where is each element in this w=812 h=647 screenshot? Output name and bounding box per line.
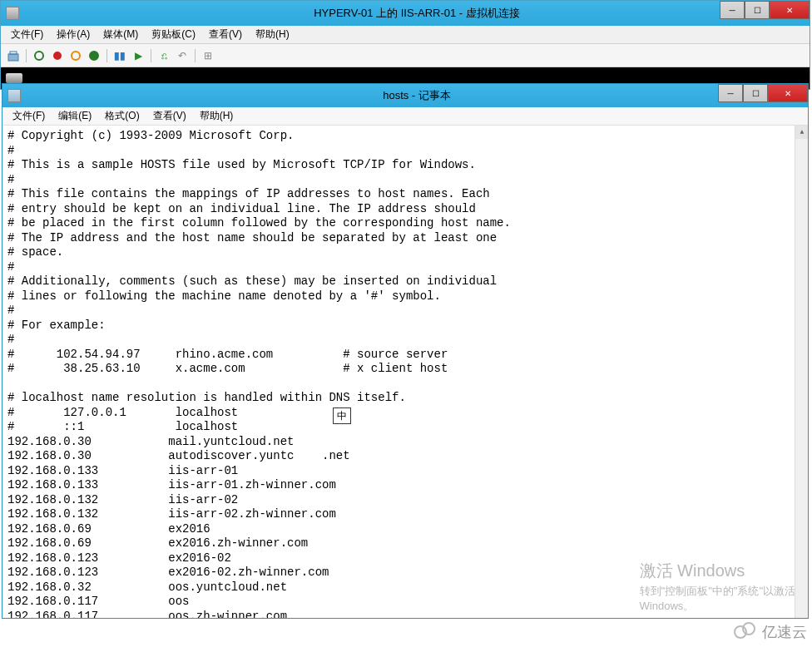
vm-toolbar: ▮▮ ▶ ⎌ ↶ ⊞	[1, 44, 810, 67]
notepad-minimize-button[interactable]: ─	[718, 84, 743, 102]
pause-icon[interactable]: ▮▮	[112, 48, 127, 63]
save-icon[interactable]	[87, 48, 102, 63]
enhanced-session-icon[interactable]: ⊞	[201, 48, 215, 63]
notepad-text-area[interactable]: # Copyright (c) 1993-2009 Microsoft Corp…	[2, 126, 808, 618]
vm-menu-action[interactable]: 操作(A)	[50, 26, 97, 43]
notepad-maximize-button[interactable]: ☐	[743, 84, 768, 102]
scrollbar[interactable]: ▲	[795, 126, 808, 618]
revert-icon[interactable]: ↶	[175, 48, 190, 63]
toolbar-separator	[151, 49, 151, 62]
start-icon[interactable]	[32, 48, 47, 63]
notepad-title: hosts - 记事本	[26, 88, 808, 103]
turnoff-icon[interactable]	[50, 48, 65, 63]
vm-connection-window: HYPERV-01 上的 IIS-ARR-01 - 虚拟机连接 ─ ☐ ✕ 文件…	[0, 0, 810, 90]
vm-menu-clipboard[interactable]: 剪贴板(C)	[145, 26, 202, 43]
disk-icon	[6, 73, 22, 83]
logo-icon	[734, 622, 759, 642]
vm-titlebar[interactable]: HYPERV-01 上的 IIS-ARR-01 - 虚拟机连接 ─ ☐ ✕	[1, 1, 810, 26]
windows-activation-watermark: 激活 Windows 转到"控制面板"中的"系统"以激活 Windows。	[640, 560, 795, 614]
vm-window-controls: ─ ☐ ✕	[720, 1, 810, 19]
notepad-menu-format[interactable]: 格式(O)	[98, 107, 146, 125]
vm-menu-file[interactable]: 文件(F)	[4, 26, 50, 43]
vm-menu-view[interactable]: 查看(V)	[202, 26, 249, 43]
toolbar-separator	[195, 49, 196, 62]
checkpoint-icon[interactable]: ⎌	[156, 48, 171, 63]
toolbar-separator	[26, 49, 27, 62]
notepad-menu-file[interactable]: 文件(F)	[6, 107, 52, 125]
watermark-line3: Windows。	[640, 599, 795, 614]
notepad-titlebar[interactable]: hosts - 记事本 ─ ☐ ✕	[2, 84, 808, 107]
vm-menu-media[interactable]: 媒体(M)	[97, 26, 145, 43]
provider-logo: 亿速云	[734, 622, 807, 642]
maximize-button[interactable]: ☐	[745, 1, 770, 19]
watermark-title: 激活 Windows	[640, 560, 795, 582]
vm-menubar: 文件(F) 操作(A) 媒体(M) 剪贴板(C) 查看(V) 帮助(H)	[1, 26, 810, 44]
scroll-up-icon[interactable]: ▲	[795, 126, 808, 139]
ime-indicator[interactable]: 中	[333, 407, 351, 424]
shutdown-icon[interactable]	[68, 48, 83, 63]
close-button[interactable]: ✕	[770, 1, 810, 19]
vm-title: HYPERV-01 上的 IIS-ARR-01 - 虚拟机连接	[24, 6, 810, 21]
ctrl-alt-del-icon[interactable]	[6, 48, 21, 63]
reset-icon[interactable]: ▶	[131, 48, 146, 63]
notepad-close-button[interactable]: ✕	[768, 84, 808, 102]
vm-menu-help[interactable]: 帮助(H)	[249, 26, 296, 43]
watermark-line2: 转到"控制面板"中的"系统"以激活	[640, 584, 795, 599]
notepad-menu-view[interactable]: 查看(V)	[146, 107, 193, 125]
notepad-menu-edit[interactable]: 编辑(E)	[52, 107, 98, 125]
vm-app-icon	[6, 7, 19, 20]
svg-rect-1	[10, 52, 17, 54]
ime-char: 中	[337, 409, 347, 423]
notepad-text[interactable]: # Copyright (c) 1993-2009 Microsoft Corp…	[7, 129, 511, 618]
notepad-window-controls: ─ ☐ ✕	[718, 84, 808, 102]
notepad-menu-help[interactable]: 帮助(H)	[193, 107, 240, 125]
logo-text: 亿速云	[762, 622, 807, 642]
notepad-menubar: 文件(F) 编辑(E) 格式(O) 查看(V) 帮助(H)	[2, 107, 808, 126]
toolbar-separator	[106, 49, 107, 62]
notepad-app-icon	[7, 89, 21, 102]
minimize-button[interactable]: ─	[720, 1, 745, 19]
notepad-window: hosts - 记事本 ─ ☐ ✕ 文件(F) 编辑(E) 格式(O) 查看(V…	[2, 83, 809, 619]
svg-rect-0	[8, 54, 18, 61]
